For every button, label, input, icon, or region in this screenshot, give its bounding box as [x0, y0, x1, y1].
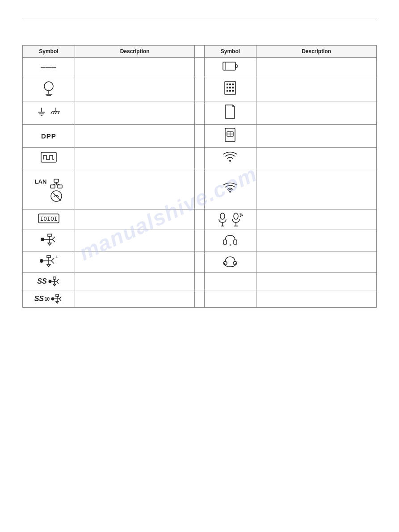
desc-serial	[75, 209, 195, 230]
table-row: SS	[23, 273, 377, 290]
desc-wireless2	[256, 169, 377, 209]
icon-usb-ss10: SS 10	[23, 290, 75, 308]
icon-signal-chassis-ground	[23, 101, 75, 125]
desc-usb-ss	[75, 273, 195, 290]
svg-line-88	[59, 297, 61, 299]
icon-serial: IOIOI	[23, 209, 75, 230]
page: manualshive.com Symbol Description Symbo…	[0, 0, 399, 326]
svg-rect-34	[50, 185, 55, 188]
icon-usb-ss: SS	[23, 273, 75, 290]
svg-rect-35	[58, 185, 62, 188]
icon-mic-pair	[204, 209, 256, 230]
svg-line-70	[51, 261, 54, 264]
svg-line-57	[52, 237, 55, 239]
svg-line-25	[55, 111, 57, 114]
svg-marker-68	[47, 264, 50, 267]
svg-rect-10	[232, 84, 234, 85]
desc-lan-group	[75, 169, 195, 209]
top-divider	[22, 18, 377, 18]
table-row: +	[23, 251, 377, 273]
desc-card-reader	[256, 101, 377, 125]
svg-line-26	[58, 111, 59, 114]
desc-earth-ground	[75, 77, 195, 101]
svg-text:IOIOI: IOIOI	[40, 215, 57, 222]
desc-headset	[256, 230, 377, 251]
desc-usb-plus	[75, 251, 195, 273]
svg-point-47	[234, 213, 238, 219]
icon-headset	[204, 230, 256, 251]
svg-point-74	[48, 280, 51, 283]
table-row	[23, 101, 377, 125]
svg-rect-77	[53, 277, 56, 279]
svg-rect-15	[229, 90, 231, 92]
svg-rect-12	[229, 87, 231, 88]
svg-rect-16	[232, 90, 234, 92]
header-right-symbol: Symbol	[204, 46, 256, 58]
svg-line-81	[57, 281, 59, 284]
icon-dpp: DPP	[23, 125, 75, 148]
svg-point-44	[220, 213, 225, 219]
desc-usb-ss10	[75, 290, 195, 308]
icon-wireless	[204, 148, 256, 169]
table-row	[23, 230, 377, 251]
svg-rect-14	[227, 90, 228, 92]
table-row: SS 10	[23, 290, 377, 308]
svg-point-63	[40, 259, 43, 263]
svg-point-50	[240, 215, 241, 217]
icon-lan-group: LAN	[23, 169, 75, 209]
icon-blank-2	[204, 290, 256, 308]
table-row	[23, 148, 377, 169]
icon-headphones	[204, 251, 256, 273]
svg-point-41	[229, 191, 231, 193]
svg-marker-87	[56, 302, 59, 303]
svg-line-23	[51, 111, 52, 114]
svg-rect-60	[234, 240, 237, 244]
desc-dpp	[75, 125, 195, 148]
table-row: DPP	[23, 125, 377, 148]
svg-rect-11	[227, 87, 228, 88]
icon-earth-ground	[23, 77, 75, 101]
svg-rect-66	[47, 256, 50, 258]
desc-usb	[75, 230, 195, 251]
svg-marker-56	[48, 243, 51, 245]
table-row: IOIOI	[23, 209, 377, 230]
icon-wireless2	[204, 169, 256, 209]
svg-rect-8	[227, 84, 228, 85]
svg-rect-33	[54, 179, 59, 182]
header-right-desc: Description	[256, 46, 377, 58]
desc-displayport	[256, 58, 377, 77]
icon-numeric-keypad	[204, 77, 256, 101]
svg-point-32	[229, 160, 231, 162]
icon-usb	[23, 230, 75, 251]
icon-blank-1	[204, 273, 256, 290]
header-left-symbol: Symbol	[23, 46, 75, 58]
desc-blank-2	[256, 290, 377, 308]
desc-dc	[75, 58, 195, 77]
svg-line-89	[59, 299, 61, 301]
table-row: ―――	[23, 58, 377, 77]
svg-rect-59	[223, 240, 227, 244]
svg-rect-85	[56, 294, 59, 297]
svg-line-40	[52, 192, 61, 201]
desc-smart-card	[256, 125, 377, 148]
svg-rect-9	[229, 84, 231, 85]
icon-displayport	[204, 58, 256, 77]
svg-line-58	[52, 239, 55, 242]
svg-rect-0	[223, 62, 235, 70]
icon-dc: ―――	[23, 58, 75, 77]
table-row: LAN	[23, 169, 377, 209]
svg-line-24	[53, 111, 55, 114]
desc-pulse	[75, 148, 195, 169]
desc-numeric-keypad	[256, 77, 377, 101]
icon-smart-card	[204, 125, 256, 148]
symbol-table: Symbol Description Symbol Description ――…	[22, 45, 377, 308]
desc-headphones	[256, 251, 377, 273]
svg-marker-79	[53, 284, 56, 286]
desc-wireless	[256, 148, 377, 169]
svg-point-82	[51, 297, 55, 301]
svg-point-3	[44, 82, 53, 91]
table-row	[23, 77, 377, 101]
svg-point-51	[41, 238, 44, 241]
icon-card-reader	[204, 101, 256, 125]
svg-rect-13	[232, 87, 234, 88]
